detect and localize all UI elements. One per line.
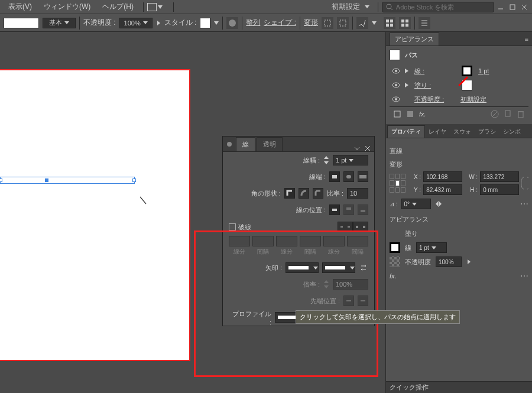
transform-w-input[interactable]: 133.272 (480, 171, 519, 182)
menu-help[interactable]: ヘルプ(H) (96, 1, 140, 13)
gap-input[interactable] (347, 236, 368, 246)
chevron-right-icon[interactable] (466, 258, 471, 265)
menu-view[interactable]: 表示(V) (2, 1, 38, 13)
close-icon[interactable] (365, 145, 371, 151)
stroke-weight-dropdown[interactable]: 1 pt (416, 242, 447, 253)
window-close[interactable] (519, 2, 530, 12)
stroke-color-swatch[interactable] (462, 66, 472, 76)
dash-input[interactable] (276, 236, 297, 246)
stroke-swatch[interactable] (390, 242, 400, 253)
opacity-row-value[interactable]: 初期設定 (460, 95, 486, 104)
gap-input[interactable] (300, 236, 321, 246)
stock-search-box[interactable] (382, 2, 494, 12)
grid-view-button[interactable] (384, 17, 395, 29)
chevron-down-icon[interactable] (372, 21, 377, 25)
gap-input[interactable] (252, 236, 274, 246)
arrow-start-dropdown[interactable] (286, 262, 319, 273)
fill-color-swatch[interactable] (462, 80, 472, 90)
dash-align-corners-button[interactable] (353, 222, 368, 232)
selection-handle[interactable] (0, 178, 2, 182)
fill-row-label[interactable]: 塗り : (414, 81, 456, 90)
selection-bounding-box[interactable] (0, 177, 135, 184)
tab-properties[interactable]: プロパティ (387, 125, 425, 138)
rotate-input[interactable]: 0° (401, 199, 431, 209)
duplicate-icon[interactable] (504, 110, 512, 118)
window-minimize[interactable] (495, 2, 506, 12)
transform-h-input[interactable]: 0 mm (480, 184, 519, 195)
appearance-tab[interactable]: アピアランス (390, 33, 439, 46)
chevron-right-icon[interactable] (156, 20, 161, 27)
fx-button[interactable]: fx. (390, 272, 397, 280)
workspace-switcher[interactable]: 初期設定 (327, 1, 374, 13)
align-outside-button[interactable] (358, 204, 368, 215)
flip-h-icon[interactable] (434, 200, 443, 208)
selection-handle[interactable] (132, 178, 136, 182)
opacity-swatch[interactable] (390, 256, 400, 267)
visibility-toggle[interactable] (392, 67, 400, 75)
cap-butt-button[interactable] (329, 171, 340, 182)
transform-link[interactable]: 変形 (304, 18, 318, 28)
selection-handle[interactable] (45, 178, 48, 182)
visibility-toggle[interactable] (392, 81, 400, 89)
opacity-row-label[interactable]: 不透明度 : (414, 95, 456, 104)
stepper-icon[interactable] (323, 155, 329, 165)
chevron-right-icon[interactable] (405, 69, 410, 73)
list-view-button[interactable] (399, 17, 411, 29)
dash-input[interactable] (229, 236, 250, 246)
transform-y-input[interactable]: 82.432 m (423, 184, 462, 195)
align-inside-button[interactable] (343, 204, 354, 215)
align-link[interactable]: 整列 (246, 18, 260, 28)
arrow-end-dropdown[interactable] (322, 262, 355, 273)
collapse-icon[interactable] (354, 145, 360, 151)
panel-menu-icon[interactable]: ≡ (525, 35, 528, 43)
join-miter-button[interactable] (284, 188, 295, 199)
tab-stroke[interactable]: 線 (236, 137, 255, 151)
panel-menu-icon[interactable] (419, 17, 430, 29)
stroke-weight-input[interactable]: 1 pt (333, 155, 368, 165)
new-fill-icon[interactable] (406, 110, 414, 118)
visibility-toggle[interactable] (392, 95, 400, 103)
tab-brushes[interactable]: ブラシ (475, 126, 499, 138)
recolor-button[interactable] (226, 17, 238, 29)
transform-x-input[interactable]: 102.168 (423, 171, 462, 182)
cap-round-button[interactable] (343, 171, 354, 182)
menu-window[interactable]: ウィンドウ(W) (38, 1, 96, 13)
cap-projecting-button[interactable] (358, 171, 368, 182)
new-stroke-icon[interactable] (393, 110, 401, 118)
dashed-checkbox[interactable] (229, 223, 236, 230)
tab-swatches[interactable]: スウォ (450, 126, 475, 138)
opacity-input[interactable]: 100% (436, 256, 462, 267)
isolate-button[interactable] (322, 17, 333, 29)
tab-transparency[interactable]: 透明 (257, 137, 283, 151)
dash-input[interactable] (323, 236, 345, 246)
join-round-button[interactable] (299, 188, 309, 199)
miter-limit-input[interactable]: 10 (347, 188, 368, 199)
dash-preserve-exact-button[interactable] (338, 222, 353, 232)
shape-link[interactable]: シェイプ : (264, 18, 296, 28)
chevron-down-icon[interactable] (214, 21, 219, 25)
stroke-row-label[interactable]: 線 : (414, 67, 456, 76)
link-wh-icon[interactable] (521, 175, 528, 191)
more-options-icon[interactable]: ⋯ (520, 199, 528, 209)
tab-layers[interactable]: レイヤ (425, 126, 450, 138)
chevron-right-icon[interactable] (405, 83, 410, 87)
reference-point-widget[interactable] (390, 174, 406, 193)
artboard[interactable] (0, 70, 189, 360)
swap-arrows-button[interactable] (359, 263, 368, 272)
align-center-button[interactable] (329, 204, 340, 215)
tab-symbols[interactable]: シンボ (499, 126, 524, 138)
fill-swatch[interactable] (390, 228, 400, 239)
join-bevel-button[interactable] (313, 188, 323, 199)
opacity-dropdown[interactable]: 100% (119, 18, 153, 28)
more-options-icon[interactable]: ⋯ (520, 271, 528, 281)
style-swatch[interactable] (200, 18, 210, 28)
clip-button[interactable] (337, 17, 349, 29)
arrange-documents-button[interactable] (147, 3, 157, 11)
trash-icon[interactable] (517, 110, 525, 118)
window-maximize[interactable] (507, 2, 518, 12)
stock-search-input[interactable] (396, 4, 490, 11)
panel-grip-icon[interactable] (226, 141, 232, 147)
clear-icon[interactable] (491, 110, 499, 118)
stroke-preset-dropdown[interactable]: 基本 (43, 18, 76, 28)
fx-button[interactable]: fx. (419, 111, 426, 118)
